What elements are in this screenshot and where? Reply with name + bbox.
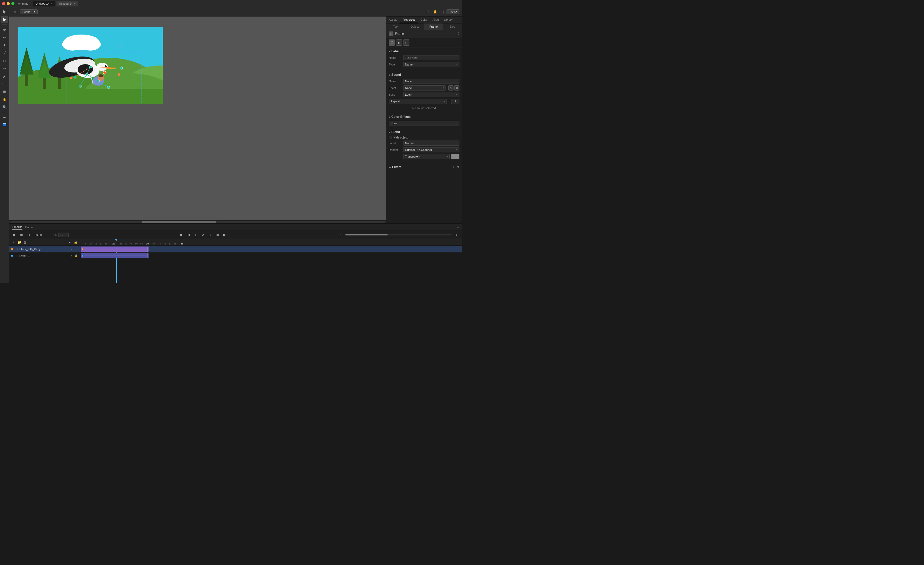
step-back-button[interactable]: ⏮: [186, 232, 191, 238]
visibility-toggle[interactable]: ●: [70, 254, 74, 258]
frame-back-button[interactable]: ◁: [193, 232, 198, 238]
layer-row[interactable]: ⬚ Layer_1 ● 🔒: [9, 252, 80, 259]
collapse-button[interactable]: ▲: [457, 225, 459, 229]
edit-sound-button[interactable]: ✎: [448, 86, 453, 90]
eye-icon[interactable]: ●: [68, 240, 72, 245]
section-header[interactable]: ▾ Blend: [389, 130, 459, 134]
section-header[interactable]: ▾ Color Effects: [389, 115, 459, 119]
more-tools[interactable]: ···: [1, 113, 8, 121]
hide-object-checkbox[interactable]: [389, 136, 392, 139]
blend-select[interactable]: Normal ▾: [403, 141, 459, 146]
layer-row[interactable]: ⬚ Stork_with_Baby ●: [9, 246, 80, 252]
onion-button[interactable]: ⊙: [26, 232, 32, 238]
visibility-toggle[interactable]: ●: [70, 247, 74, 251]
tab-library[interactable]: Library: [441, 17, 455, 23]
canvas-scrollbar[interactable]: [9, 220, 386, 223]
clip-handle[interactable]: [147, 246, 148, 252]
render-select[interactable]: Original (No Change) ▾: [403, 147, 459, 152]
sync-select[interactable]: Event ▾: [403, 92, 459, 97]
close-button[interactable]: [2, 2, 5, 5]
clip-2[interactable]: [81, 253, 148, 258]
tab-untitled2[interactable]: Untitled-2* ✕: [57, 1, 78, 6]
chevron-down-icon: ▾: [34, 10, 35, 14]
tab-output[interactable]: Output: [25, 225, 33, 229]
frame-forward-button[interactable]: ▷: [207, 232, 213, 238]
play-button[interactable]: ▶: [222, 232, 227, 238]
lasso-tool[interactable]: ⟳: [1, 26, 8, 33]
sound-name-select[interactable]: None ▾: [403, 79, 459, 84]
add-folder-button[interactable]: 📁: [17, 240, 22, 245]
blank-keyframe-button[interactable]: ◇: [403, 39, 410, 46]
repeat-count[interactable]: 1: [451, 99, 459, 104]
type-select[interactable]: Name ▾: [403, 62, 459, 67]
tab-timeline[interactable]: Timeline: [12, 225, 22, 230]
track-1[interactable]: [80, 246, 462, 252]
loop-button[interactable]: ↺: [200, 232, 206, 238]
clip-1[interactable]: [81, 246, 148, 252]
step-forward-button[interactable]: ⏭: [214, 232, 220, 238]
shape-tool[interactable]: □: [1, 57, 8, 64]
bone-tool[interactable]: ⟵: [1, 80, 8, 87]
tab-object[interactable]: Object: [405, 24, 424, 30]
zoom-control[interactable]: 100% ▾: [447, 9, 459, 14]
track-2[interactable]: [80, 252, 462, 259]
lock-icon[interactable]: 🔒: [73, 240, 78, 245]
lock-toggle[interactable]: [74, 247, 78, 251]
frame-input[interactable]: 30: [58, 233, 69, 237]
transparent-select[interactable]: Transparent ▾: [403, 154, 450, 159]
undo-button[interactable]: ↩: [337, 232, 343, 238]
add-filter-button[interactable]: +: [453, 165, 455, 169]
tab-assets[interactable]: Assets: [386, 17, 400, 23]
select-tool[interactable]: [1, 8, 8, 15]
add-layer-button[interactable]: +: [11, 240, 16, 245]
delete-layer-button[interactable]: 🗑: [22, 240, 27, 245]
tab-color[interactable]: Color: [418, 17, 430, 23]
lock-toggle[interactable]: 🔒: [74, 254, 78, 258]
record-button[interactable]: ⏺: [11, 232, 17, 238]
section-header[interactable]: ▾ Label: [389, 50, 459, 53]
scene-selector[interactable]: Scene 1 ▾: [20, 9, 38, 14]
ruler-mark: 2s: [112, 242, 115, 245]
minimize-button[interactable]: [7, 2, 10, 5]
home-icon[interactable]: ⌂: [12, 9, 18, 15]
pen-tool[interactable]: ✒: [1, 34, 8, 41]
brush-tool[interactable]: 🖌: [1, 72, 8, 80]
tab-frame[interactable]: Frame: [424, 24, 443, 30]
frame-icon[interactable]: ⬚: [440, 9, 446, 15]
stop-sound-button[interactable]: ◼: [454, 86, 459, 90]
clip-handle[interactable]: [147, 253, 148, 258]
maximize-button[interactable]: [11, 2, 14, 5]
name-input[interactable]: Type here: [403, 55, 459, 60]
transform-tool[interactable]: ⊞: [1, 88, 8, 95]
stop-button[interactable]: ⏹: [178, 232, 184, 238]
layer-actions: ● 🔒: [70, 254, 78, 258]
effect-select[interactable]: None ▾: [403, 86, 446, 90]
tab-align[interactable]: Align: [430, 17, 441, 23]
close-icon[interactable]: ✕: [74, 2, 75, 5]
tab-untitled1[interactable]: Untitled-1* ✕: [33, 1, 55, 6]
keyframe-button[interactable]: ⬡: [389, 39, 395, 46]
redo-button[interactable]: ⊕: [454, 232, 460, 238]
preview-button[interactable]: ⊞: [19, 232, 24, 238]
tab-tool[interactable]: Tool: [386, 24, 405, 30]
hand-tool[interactable]: ✋: [1, 96, 8, 103]
grid-icon[interactable]: ⊞: [425, 9, 431, 15]
zoom-tool[interactable]: 🔍: [1, 104, 8, 111]
hand-icon[interactable]: ✋: [432, 9, 438, 15]
close-icon[interactable]: ✕: [50, 2, 52, 5]
repeat-select[interactable]: Repeat ▾: [389, 99, 447, 104]
color-effects-select[interactable]: None ▾: [389, 121, 459, 126]
section-header[interactable]: ▾ Sound: [389, 73, 459, 77]
pencil-tool[interactable]: ✏: [1, 65, 8, 72]
tab-doc[interactable]: Doc: [443, 24, 462, 30]
svg-point-43: [79, 85, 81, 87]
subselect-tool[interactable]: [1, 16, 8, 23]
color-swatch[interactable]: [451, 154, 459, 159]
gear-icon[interactable]: ⚙: [456, 165, 459, 169]
help-icon[interactable]: ?: [458, 32, 459, 36]
tab-properties[interactable]: Properties: [400, 17, 418, 23]
text-tool[interactable]: T: [1, 42, 8, 49]
line-tool[interactable]: ╱: [1, 49, 8, 57]
frame-button[interactable]: ▶: [396, 39, 402, 46]
color-fill[interactable]: [1, 121, 8, 128]
